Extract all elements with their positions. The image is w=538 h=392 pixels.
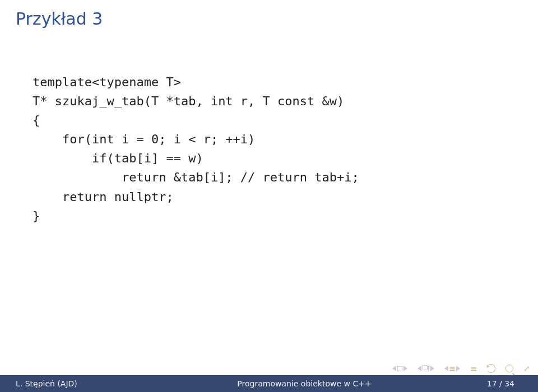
- nav-frame-icon[interactable]: [397, 366, 402, 371]
- nav-subsection-group: [418, 365, 434, 372]
- nav-section-icon[interactable]: ≡: [449, 364, 456, 373]
- nav-reload-icon[interactable]: [486, 364, 495, 373]
- code-block: template<typename T> T* szukaj_w_tab(T *…: [33, 73, 359, 226]
- nav-next-subsection-icon[interactable]: [430, 366, 434, 371]
- footer-title: Programowanie obiektowe w C++: [161, 379, 447, 388]
- footer-author: L. Stępień (AJD): [0, 379, 161, 388]
- nav-subsection-icon[interactable]: [423, 365, 429, 372]
- nav-fullscreen-icon[interactable]: ⤢: [523, 364, 530, 373]
- nav-frame-group: [392, 366, 407, 371]
- nav-prev-subsection-icon[interactable]: [418, 366, 421, 371]
- nav-prev-section-icon[interactable]: [444, 366, 448, 371]
- nav-section-group: ≡: [444, 364, 461, 373]
- slide-footer: L. Stępień (AJD) Programowanie obiektowe…: [0, 375, 538, 392]
- nav-prev-frame-icon[interactable]: [392, 366, 396, 371]
- beamer-nav-bar: ≡ ≡ ⤢: [392, 364, 530, 373]
- slide-title: Przykład 3: [16, 9, 103, 29]
- nav-next-frame-icon[interactable]: [404, 366, 407, 371]
- nav-next-section-icon[interactable]: [456, 366, 460, 371]
- nav-outline-icon[interactable]: ≡: [470, 364, 476, 373]
- nav-search-icon[interactable]: [505, 365, 513, 372]
- footer-page-number: 17 / 34: [447, 379, 538, 388]
